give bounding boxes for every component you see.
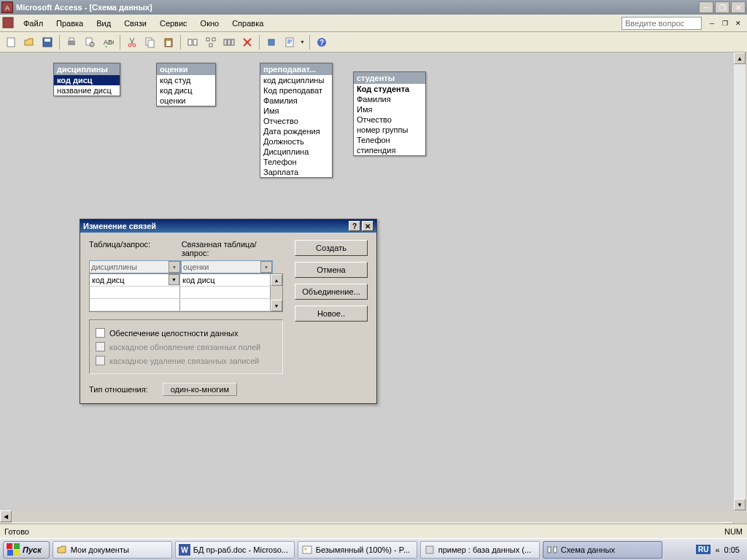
scroll-corner	[734, 510, 747, 524]
table-field[interactable]: Фамилия	[260, 96, 332, 106]
copy-icon[interactable]	[142, 34, 158, 50]
dialog-titlebar[interactable]: Изменение связей ? ✕	[80, 219, 376, 233]
help-search-input[interactable]	[622, 17, 702, 30]
table-window[interactable]: оценкикод студкод дисцоценки	[156, 63, 216, 106]
print-icon[interactable]	[63, 34, 80, 50]
chevron-down-icon[interactable]: ▼	[260, 261, 272, 273]
dialog-help-button[interactable]: ?	[349, 221, 360, 231]
table-field[interactable]: оценки	[157, 96, 215, 106]
mdi-minimize-button[interactable]: ─	[706, 18, 718, 28]
menu-tools[interactable]: Сервис	[154, 18, 193, 29]
table-field[interactable]: Должность	[260, 136, 332, 147]
preview-icon[interactable]	[82, 34, 98, 50]
scroll-up-icon[interactable]: ▲	[271, 274, 282, 286]
relationships-workspace[interactable]: дисциплиныкод дисцназвание дисцоценкикод…	[0, 52, 734, 510]
scroll-left-icon[interactable]: ◀	[0, 510, 12, 522]
table-field[interactable]: Зарплата	[260, 167, 332, 177]
scroll-up-icon[interactable]: ▲	[734, 52, 746, 64]
field-left-cell[interactable]: код дисц▼	[90, 274, 180, 286]
chevron-down-icon[interactable]: ▼	[169, 261, 180, 273]
close-button[interactable]: ✕	[731, 1, 746, 13]
maximize-button[interactable]: ❐	[715, 1, 729, 13]
empty-cell[interactable]	[180, 287, 271, 298]
table-field[interactable]: код дисц	[54, 75, 120, 85]
menu-file[interactable]: Файл	[18, 18, 49, 29]
grid-scrollbar[interactable]: ▲ ▼	[271, 274, 282, 311]
table-field[interactable]: Имя	[354, 104, 425, 114]
table-field[interactable]: Отчество	[354, 114, 425, 125]
task-paint[interactable]: Безымянный (100%) - P...	[298, 541, 417, 559]
show-table-icon[interactable]	[185, 34, 201, 50]
script-icon[interactable]	[282, 34, 298, 50]
new-icon[interactable]	[3, 34, 19, 50]
table-field[interactable]: Телефон	[260, 157, 332, 167]
table-field[interactable]: Отчество	[260, 116, 332, 126]
open-icon[interactable]	[21, 34, 37, 50]
empty-cell[interactable]	[90, 287, 180, 298]
create-button[interactable]: Создать	[295, 240, 368, 256]
menu-help[interactable]: Справка	[226, 18, 269, 29]
cut-icon[interactable]	[124, 34, 140, 50]
integrity-checkbox-row[interactable]: Обеспечение целостности данных	[96, 326, 276, 340]
table-field[interactable]: код студ	[157, 75, 215, 85]
menu-view[interactable]: Вид	[90, 18, 117, 29]
empty-cell[interactable]	[180, 299, 271, 311]
table-field[interactable]: код дисц	[157, 85, 215, 96]
status-text: Готово	[4, 527, 29, 536]
save-icon[interactable]	[39, 34, 55, 50]
table-title[interactable]: оценки	[157, 63, 215, 75]
table-field[interactable]: код дисциплины	[260, 75, 332, 85]
join-button[interactable]: Объединение...	[295, 284, 368, 300]
table-field[interactable]: номер группы	[354, 125, 425, 135]
task-word[interactable]: W БД пр-раб.doc - Microso...	[175, 541, 295, 559]
table-field[interactable]: название дисц	[54, 85, 120, 96]
paste-icon[interactable]	[160, 34, 177, 50]
empty-cell[interactable]	[90, 299, 180, 311]
table-combo[interactable]: дисциплины▼	[89, 260, 181, 273]
vertical-scrollbar[interactable]: ▲ ▼	[734, 52, 747, 510]
help-icon[interactable]: ?	[314, 34, 330, 50]
menu-relations[interactable]: Связи	[118, 18, 152, 29]
table-window[interactable]: студентыКод студентаФамилияИмяОтчествоно…	[353, 71, 426, 156]
scroll-down-icon[interactable]: ▼	[271, 300, 282, 311]
cancel-button[interactable]: Отмена	[295, 262, 368, 278]
checkbox-icon[interactable]	[96, 328, 105, 338]
horizontal-scrollbar[interactable]: ◀ ▶	[0, 510, 734, 524]
refresh-icon[interactable]	[263, 34, 279, 50]
task-documents[interactable]: Мои документы	[53, 541, 172, 559]
table-title[interactable]: студенты	[354, 72, 425, 84]
table-title[interactable]: дисциплины	[54, 63, 120, 75]
dialog-close-button[interactable]: ✕	[362, 221, 374, 231]
scroll-down-icon[interactable]: ▼	[734, 499, 746, 510]
table-title[interactable]: преподават...	[260, 63, 332, 75]
spell-icon[interactable]: ABC	[100, 34, 116, 50]
table-window[interactable]: дисциплиныкод дисцназвание дисц	[53, 63, 120, 96]
table-field[interactable]: Телефон	[354, 135, 425, 145]
table-field[interactable]: Код преподават	[260, 85, 332, 96]
new-button[interactable]: Новое..	[295, 306, 368, 322]
tray-chevron[interactable]: «	[715, 545, 719, 554]
table-field[interactable]: Код студента	[354, 84, 425, 94]
minimize-button[interactable]: ─	[699, 1, 713, 13]
table-field[interactable]: Имя	[260, 106, 332, 116]
dropdown-icon[interactable]: ▼	[300, 39, 306, 44]
table-field[interactable]: Дисциплина	[260, 147, 332, 157]
field-right-cell[interactable]: код дисц	[180, 274, 271, 286]
related-combo[interactable]: оценки▼	[181, 260, 273, 273]
table-window[interactable]: преподават...код дисциплиныКод преподава…	[260, 63, 333, 178]
mdi-close-button[interactable]: ✕	[732, 18, 744, 28]
start-button[interactable]: Пуск	[3, 541, 50, 559]
mdi-restore-button[interactable]: ❐	[719, 18, 731, 28]
menu-edit[interactable]: Правка	[50, 18, 89, 29]
table-field[interactable]: Дата рождения	[260, 126, 332, 136]
table-field[interactable]: Фамилия	[354, 94, 425, 104]
access-logo-icon	[1, 16, 16, 31]
language-indicator[interactable]: RU	[696, 545, 711, 554]
clear-layout-icon[interactable]	[239, 34, 255, 50]
show-all-icon[interactable]	[221, 34, 237, 50]
table-field[interactable]: стипендия	[354, 145, 425, 155]
menu-window[interactable]: Окно	[195, 18, 225, 29]
show-related-icon[interactable]	[203, 34, 219, 50]
task-schema[interactable]: Схема данных	[543, 541, 662, 559]
task-database[interactable]: пример : база данных (...	[420, 541, 540, 559]
